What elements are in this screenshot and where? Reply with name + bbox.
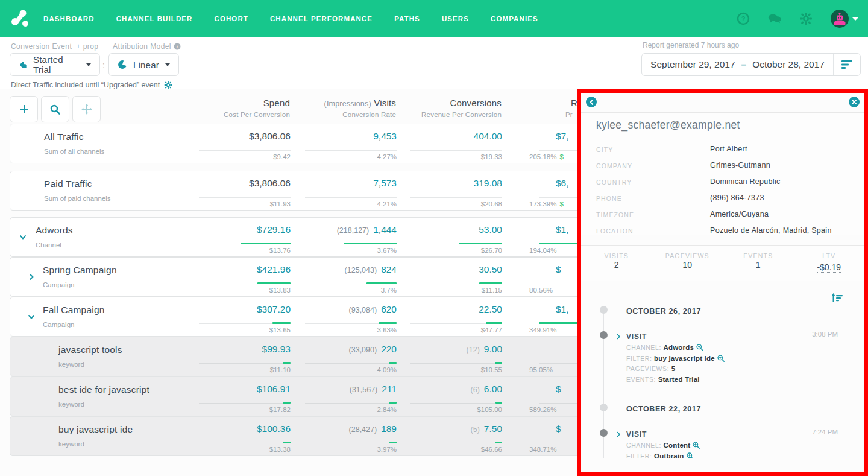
date-start: September 29, 2017 — [650, 59, 735, 70]
visit-detail-line: EVENTS: Started Trial — [626, 375, 864, 384]
visit-time: 7:24 PM — [812, 428, 838, 436]
chat-icon[interactable] — [768, 12, 781, 25]
cell-spend: $3,806.06$9.42 — [200, 124, 291, 163]
conversion-event-value: Started Trial — [33, 54, 80, 75]
stat-label: LTV — [794, 252, 865, 259]
nav-item-dashboard[interactable]: DASHBOARD — [43, 15, 95, 22]
add-prop-link[interactable]: + prop — [77, 42, 99, 51]
cell-visits: (93,084)6203.63% — [291, 297, 397, 336]
cell-conversions: (5)7.50$46.66 — [397, 417, 502, 455]
stat-column: PAGEVIEWS 10 — [652, 252, 723, 273]
back-button[interactable] — [586, 97, 597, 107]
user-detail-row: COUNTRY Dominican Republic — [596, 177, 864, 186]
stat-label: PAGEVIEWS — [652, 252, 723, 259]
column-header-spend[interactable]: Spend Cost Per Conversion — [200, 98, 290, 118]
row-name: Fall Campaign — [43, 305, 105, 316]
chevron-down-icon — [165, 63, 170, 66]
date-filter-button[interactable] — [834, 60, 860, 69]
cell-conversions: 22.50$47.77 — [397, 297, 502, 336]
cell-visits: (33,090)2204.09% — [291, 337, 397, 376]
cell-visits: (28,427)1893.97% — [291, 417, 397, 455]
nav-item-paths[interactable]: PATHS — [394, 15, 420, 22]
cell-conversions: 404.00$19.33 — [397, 124, 502, 163]
gear-icon[interactable] — [799, 12, 813, 25]
row-expand-chevron[interactable] — [28, 273, 35, 281]
timeline-visit[interactable]: VISIT 7:24 PM CHANNEL: ContentFILTER: Ou… — [581, 428, 864, 458]
detail-value: Grimes-Gutmann — [710, 161, 770, 170]
help-icon[interactable]: ? — [737, 12, 750, 25]
row-expand-chevron[interactable] — [28, 313, 35, 320]
timeline-visit[interactable]: VISIT 3:08 PM CHANNEL: AdwordsFILTER: bu… — [581, 331, 864, 384]
move-button[interactable] — [72, 96, 101, 122]
avatar[interactable] — [831, 10, 849, 28]
detail-value: America/Guyana — [710, 210, 769, 218]
app-logo-icon[interactable] — [10, 8, 31, 29]
zoom-in-icon[interactable] — [687, 452, 694, 459]
stat-value: -$0.19 — [817, 262, 841, 273]
nav-item-channel-performance[interactable]: CHANNEL PERFORMANCE — [270, 15, 373, 22]
visit-detail-line: FILTER: Outbrain — [626, 452, 864, 459]
stat-column: LTV -$0.19 — [794, 252, 865, 273]
user-menu[interactable] — [831, 10, 858, 28]
settings-gear-icon[interactable] — [164, 81, 172, 89]
detail-label: TIMEZONE — [596, 210, 710, 218]
row-type-label: keyword — [58, 401, 84, 408]
cell-conversions: 319.08$20.68 — [397, 171, 502, 210]
stat-column: VISITS 2 — [581, 252, 652, 273]
nav-item-users[interactable]: USERS — [442, 15, 469, 22]
date-range-picker[interactable]: September 29, 2017 – October 28, 2017 — [641, 53, 861, 76]
cell-spend: $729.16$13.76 — [200, 218, 291, 256]
row-expand-chevron[interactable] — [19, 233, 27, 241]
info-icon[interactable]: i — [174, 43, 181, 50]
user-detail-row: COMPANY Grimes-Gutmann — [596, 161, 864, 170]
row-name: buy javascript ide — [58, 424, 133, 435]
stat-value: 2 — [614, 260, 619, 270]
visit-details: CHANNEL: AdwordsFILTER: buy javascript i… — [626, 343, 864, 384]
add-channel-button[interactable] — [10, 96, 38, 122]
attribution-model-select[interactable]: Linear — [108, 53, 179, 76]
zoom-in-icon[interactable] — [693, 442, 700, 449]
visit-details: CHANNEL: ContentFILTER: OutbrainPAGEVIEW… — [626, 441, 864, 458]
column-header-conversions[interactable]: Conversions Revenue Per Conversion — [396, 98, 502, 118]
attribution-model-label: Attribution Model i — [113, 42, 181, 51]
conversion-event-select[interactable]: Started Trial — [10, 53, 100, 76]
nav-item-cohort[interactable]: COHORT — [214, 15, 248, 22]
cell-spend: $100.36$13.38 — [200, 417, 291, 455]
user-detail-panel: kylee_schaefer@example.net CITY Port Alb… — [577, 89, 868, 476]
report-generated-label: Report generated 7 hours ago — [643, 41, 739, 49]
column-header-visits[interactable]: (Impressions) Visits Conversion Rate — [291, 98, 396, 118]
pie-chart-icon — [118, 60, 127, 69]
row-type-label: Campaign — [43, 321, 74, 328]
detail-label: COUNTRY — [596, 177, 710, 186]
search-button[interactable] — [41, 96, 69, 122]
user-detail-row: PHONE (896) 864-7373 — [596, 194, 864, 202]
zoom-in-icon[interactable] — [717, 355, 725, 362]
search-icon — [50, 104, 60, 115]
cell-spend: $421.96$13.83 — [200, 258, 291, 296]
cell-spend: $3,806.06$11.93 — [200, 171, 291, 210]
expand-chevron-icon[interactable] — [615, 429, 621, 440]
direct-traffic-note: Direct Traffic included until “Upgraded”… — [11, 81, 172, 89]
sort-icon[interactable] — [832, 293, 843, 303]
close-icon[interactable] — [849, 97, 860, 107]
date-range-text: September 29, 2017 – October 28, 2017 — [642, 59, 833, 70]
nav-item-companies[interactable]: COMPANIES — [491, 15, 538, 22]
user-details-list: CITY Port Albert COMPANY Grimes-Gutmann … — [596, 145, 864, 235]
cell-conversions: 30.50$11.15 — [397, 258, 502, 296]
timeline-dot — [600, 306, 608, 314]
row-name: javascript tools — [58, 344, 122, 355]
row-type-label: Channel — [36, 241, 61, 249]
top-navigation: DASHBOARDCHANNEL BUILDERCOHORTCHANNEL PE… — [0, 0, 868, 37]
cell-spend: $106.91$17.82 — [200, 377, 291, 416]
timeline-date-text: OCTOBER 22, 2017 — [626, 405, 701, 413]
zoom-in-icon[interactable] — [696, 344, 703, 351]
move-arrows-icon — [81, 104, 92, 115]
detail-label: LOCATION — [596, 226, 710, 235]
row-type-label: Sum of all channels — [44, 148, 104, 155]
chevron-down-icon — [86, 63, 91, 66]
timeline-dot — [600, 429, 608, 437]
nav-item-channel-builder[interactable]: CHANNEL BUILDER — [116, 15, 193, 22]
detail-value: Pozuelo de Alarcón, Madrid, Spain — [710, 226, 832, 235]
report-controls: Conversion Event + prop Attribution Mode… — [0, 37, 868, 89]
expand-chevron-icon[interactable] — [615, 331, 621, 342]
